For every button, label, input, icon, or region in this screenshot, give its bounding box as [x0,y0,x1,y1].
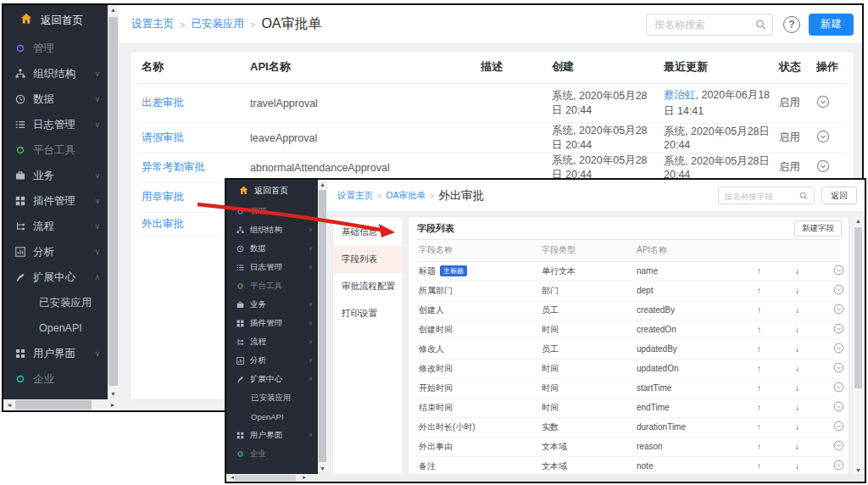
app-name-link[interactable]: 异常考勤审批 [142,161,205,173]
sidebar-subitem-text[interactable]: OpenAPI [3,315,108,341]
field-table-vertical-scrollbar[interactable]: ▲ ▼ [854,216,863,476]
more-actions-icon[interactable] [816,159,830,173]
breadcrumb-home-link[interactable]: 设置主页 [337,190,373,202]
search-input[interactable] [647,14,772,35]
detail-sidebar-vertical-scrollbar[interactable]: ▲ ▼ [318,180,327,474]
move-down-icon[interactable]: ↓ [793,456,832,476]
breadcrumb-oa-form-link[interactable]: OA审批单 [386,190,426,202]
move-up-icon[interactable]: ↑ [755,300,793,320]
scrollbar-thumb[interactable] [108,17,118,386]
sidebar-subitem-text[interactable]: 已安装应用 [3,290,108,315]
more-actions-icon[interactable] [833,382,844,393]
move-down-icon[interactable]: ↓ [793,398,832,417]
scrollbar-thumb[interactable] [15,400,92,410]
move-down-icon[interactable]: ↓ [793,261,832,281]
scrollbar-thumb[interactable] [235,475,296,481]
sidebar-item-briefcase[interactable]: 业务∨ [3,163,108,188]
detail-nav-item-4[interactable]: 打印设置 [333,300,403,327]
detail-horizontal-scrollbar[interactable]: ◄ ► [226,474,865,482]
more-actions-icon[interactable] [833,440,844,451]
sidebar-item-list[interactable]: 日志管理∨ [226,258,318,276]
move-up-icon[interactable]: ↑ [755,261,793,281]
updated-user-link[interactable]: 蔡治虹 [664,89,696,101]
move-down-icon[interactable]: ↓ [793,359,832,378]
sidebar-item-grid2[interactable]: 用户界面∨ [3,341,108,366]
main-sidebar-vertical-scrollbar[interactable]: ▲ ▼ [108,5,119,399]
sidebar-item-flow[interactable]: 流程∨ [226,332,318,351]
move-up-icon[interactable]: ↑ [755,320,793,339]
move-up-icon[interactable]: ↑ [755,417,793,437]
sidebar-item-org[interactable]: 组织结构∨ [226,220,318,239]
scroll-left-arrow-icon[interactable]: ◄ [4,399,14,410]
sidebar-item-briefcase[interactable]: 业务∨ [226,295,318,314]
sidebar-item-ring-green[interactable]: 平台工具 [3,137,108,163]
move-up-icon[interactable]: ↑ [755,281,793,300]
move-down-icon[interactable]: ↓ [793,281,832,300]
scroll-down-arrow-icon[interactable]: ▼ [318,464,327,474]
sidebar-item-org[interactable]: 组织结构∨ [3,61,108,86]
detail-nav-item-1[interactable]: 基础信息 [333,219,403,246]
more-actions-icon[interactable] [833,421,844,432]
move-down-icon[interactable]: ↓ [793,300,832,320]
sidebar-item-flow[interactable]: 流程∨ [3,214,108,239]
app-name-link[interactable]: 用章审批 [142,191,184,203]
sidebar-item-grid[interactable]: 插件管理∨ [3,188,108,214]
detail-nav-item-3[interactable]: 审批流程配置 [333,273,403,300]
move-up-icon[interactable]: ↑ [755,359,793,378]
more-actions-icon[interactable] [833,323,844,334]
sidebar-subitem-text[interactable]: OpenAPI [226,407,318,426]
new-field-button[interactable]: 新建字段 [794,220,842,237]
sidebar-item-ring-teal[interactable]: 企业 [3,366,108,392]
scroll-up-arrow-icon[interactable]: ▲ [108,5,119,15]
more-actions-icon[interactable] [816,130,830,143]
scroll-right-arrow-icon[interactable]: ► [108,399,118,410]
detail-nav-item-2[interactable]: 字段列表 [333,246,403,273]
back-button[interactable]: 返回 [821,187,857,204]
sidebar-item-grid2[interactable]: 用户界面∨ [226,426,318,444]
sidebar-item-list[interactable]: 日志管理∨ [3,112,108,137]
more-actions-icon[interactable] [833,460,844,471]
sidebar-item-grid[interactable]: 插件管理∨ [226,314,318,332]
move-up-icon[interactable]: ↑ [755,378,793,398]
sidebar-item-ring-green[interactable]: 平台工具 [226,276,318,295]
more-actions-icon[interactable] [833,343,844,354]
app-name-link[interactable]: 出差审批 [142,97,184,109]
scroll-up-arrow-icon[interactable]: ▲ [854,216,863,226]
more-actions-icon[interactable] [833,304,844,315]
breadcrumb-installed-apps-link[interactable]: 已安装应用 [191,17,244,31]
move-down-icon[interactable]: ↓ [793,339,832,359]
new-button[interactable]: 新建 [809,14,854,36]
sidebar-item-pen[interactable]: 扩展中心∧ [226,370,318,388]
sidebar-item-pen[interactable]: 扩展中心∧ [3,265,108,290]
sidebar-item-ring-purple[interactable]: 管理 [3,36,108,61]
sidebar-home-item[interactable]: 返回首页 [3,5,108,36]
scroll-right-arrow-icon[interactable]: ► [299,474,309,482]
move-up-icon[interactable]: ↑ [755,398,793,417]
sidebar-item-chart[interactable]: 分析∨ [226,351,318,370]
sidebar-item-clock[interactable]: 数据∨ [226,239,318,258]
breadcrumb-home-link[interactable]: 设置主页 [131,17,174,31]
app-name-link[interactable]: 外出审批 [142,218,184,230]
scroll-down-arrow-icon[interactable]: ▼ [108,389,119,399]
move-up-icon[interactable]: ↑ [755,339,793,359]
more-actions-icon[interactable] [816,95,830,109]
sidebar-item-ring-teal[interactable]: 企业 [226,444,318,463]
move-down-icon[interactable]: ↓ [793,417,832,437]
move-down-icon[interactable]: ↓ [793,320,832,339]
scrollbar-thumb[interactable] [854,227,862,388]
sidebar-subitem-text[interactable]: 已安装应用 [226,388,318,407]
scrollbar-thumb[interactable] [319,190,326,462]
sidebar-home-item[interactable]: 返回首页 [226,180,318,202]
main-sidebar-horizontal-scrollbar[interactable]: ◄ ► [3,399,119,410]
more-actions-icon[interactable] [833,362,844,373]
app-name-link[interactable]: 请假审批 [142,131,184,143]
move-up-icon[interactable]: ↑ [755,437,793,456]
sidebar-item-clock[interactable]: 数据∨ [3,86,108,112]
move-down-icon[interactable]: ↓ [793,378,832,398]
more-actions-icon[interactable] [833,265,844,276]
sidebar-item-ring-purple[interactable]: 管理 [226,202,318,220]
help-icon[interactable]: ? [783,16,800,33]
more-actions-icon[interactable] [833,401,844,412]
more-actions-icon[interactable] [833,284,844,295]
move-up-icon[interactable]: ↑ [755,456,793,476]
